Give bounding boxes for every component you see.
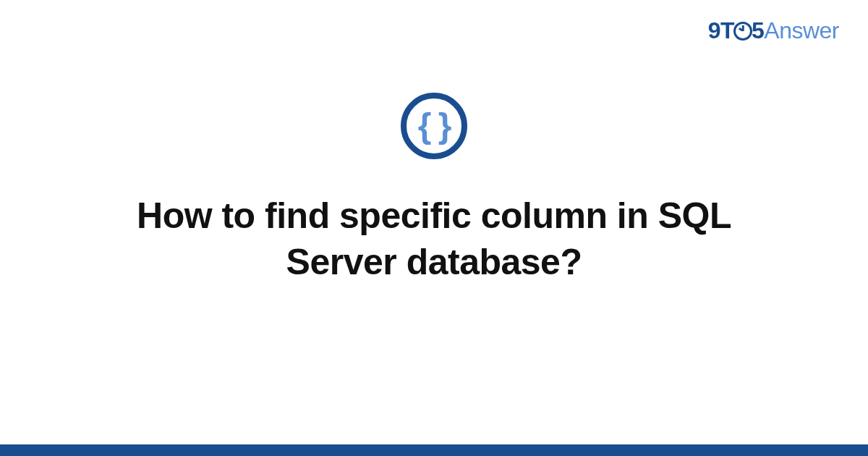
main-content: { } How to find specific column in SQL S… [0,93,868,285]
brand-logo: 9T5Answer [708,17,839,44]
category-badge: { } [401,93,467,159]
question-title: How to find specific column in SQL Serve… [87,193,781,285]
code-braces-icon: { } [418,109,451,143]
brand-text-answer: Answer [764,17,839,43]
brand-text-9t: 9T [708,17,734,43]
bottom-accent-bar [0,444,868,456]
brand-text-5: 5 [752,17,764,43]
clock-icon [733,22,752,41]
